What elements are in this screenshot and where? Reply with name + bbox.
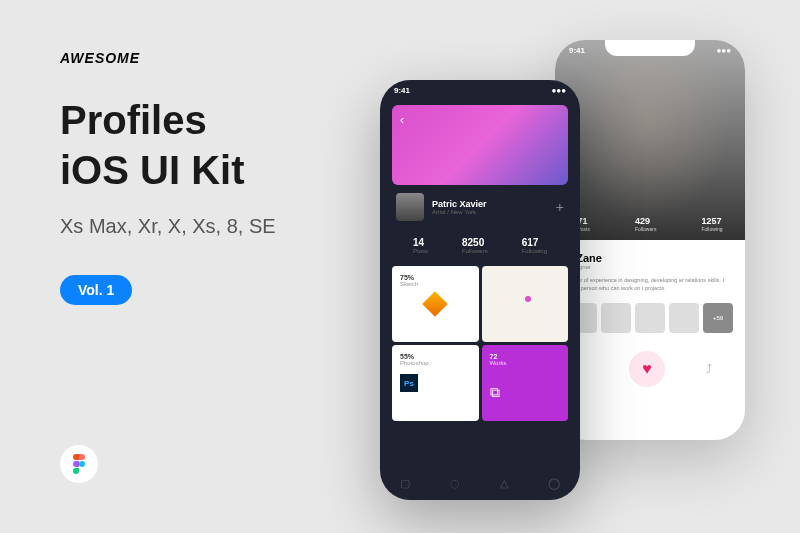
tile-grid: 75% Sketch 55% Photoshop Ps 72 Works ⧉ — [380, 266, 580, 421]
add-icon[interactable]: + — [556, 199, 564, 215]
search-icon[interactable]: ◯ — [548, 477, 560, 490]
heart-icon: ♥ — [642, 360, 652, 378]
map-pin-icon — [525, 296, 531, 302]
stat-followers[interactable]: 8250 Followers — [462, 237, 488, 254]
like-button[interactable]: ♥ — [629, 351, 665, 387]
copy-icon: ⧉ — [490, 384, 561, 401]
profile-stats: 71 Posts 429 Followers 1257 Following — [555, 216, 745, 232]
title-line-1: Profiles — [60, 95, 244, 145]
phone-mockup-dark: 9:41 ●●● ‹ Patric Xavier Artist / New Yo… — [380, 80, 580, 500]
chat-icon[interactable]: ◌ — [450, 477, 460, 490]
tab-bar: ▢ ◌ △ ◯ — [380, 467, 580, 500]
profile-hero-image: 71 Posts 429 Followers 1257 Following — [555, 40, 745, 240]
status-time: 9:41 — [394, 86, 410, 95]
phone-mockup-light: 9:41 ●●● 71 Posts 429 Followers 1257 Fol… — [555, 40, 745, 440]
photoshop-icon: Ps — [400, 374, 418, 392]
volume-badge: Vol. 1 — [60, 275, 132, 305]
stat-posts[interactable]: 14 Posts — [413, 237, 428, 254]
status-icons: ●●● — [552, 86, 567, 95]
thumbnail[interactable] — [669, 303, 699, 333]
stat-following[interactable]: 1257 Following — [701, 216, 722, 232]
back-icon[interactable]: ‹ — [400, 113, 404, 127]
stat-followers[interactable]: 429 Followers — [635, 216, 656, 232]
profile-stats: 14 Posts 8250 Followers 617 Following — [380, 231, 580, 266]
avatar[interactable] — [396, 193, 424, 221]
thumbnail-more[interactable]: +59 — [703, 303, 733, 333]
status-icons: ●●● — [717, 46, 732, 55]
profile-description: e year of experience in designing, devel… — [567, 276, 733, 293]
tile-map[interactable] — [482, 266, 569, 342]
sketch-icon — [423, 291, 448, 316]
figma-icon — [60, 445, 98, 483]
profile-role: Designer — [567, 264, 733, 270]
user-location: Artist / New York — [432, 209, 548, 215]
subtitle: Xs Max, Xr, X, Xs, 8, SE — [60, 215, 276, 238]
thumbnail[interactable] — [635, 303, 665, 333]
tile-photoshop[interactable]: 55% Photoshop Ps — [392, 345, 479, 421]
thumbnail-row: +59 — [567, 303, 733, 333]
status-time: 9:41 — [569, 46, 585, 55]
home-icon[interactable]: ▢ — [400, 477, 410, 490]
title-line-2: iOS UI Kit — [60, 145, 244, 195]
page-title: Profiles iOS UI Kit — [60, 95, 244, 195]
user-name: Patric Xavier — [432, 199, 548, 209]
tile-sketch[interactable]: 75% Sketch — [392, 266, 479, 342]
profile-hero: ‹ — [392, 105, 568, 185]
bell-icon[interactable]: △ — [500, 477, 508, 490]
profile-name: a Zane — [567, 252, 733, 264]
brand-label: AWESOME — [60, 50, 140, 66]
svg-point-0 — [79, 461, 85, 467]
tile-works[interactable]: 72 Works ⧉ — [482, 345, 569, 421]
thumbnail[interactable] — [601, 303, 631, 333]
user-row: Patric Xavier Artist / New York + — [380, 193, 580, 231]
share-icon[interactable]: ⤴ — [706, 362, 712, 376]
stat-following[interactable]: 617 Following — [522, 237, 547, 254]
